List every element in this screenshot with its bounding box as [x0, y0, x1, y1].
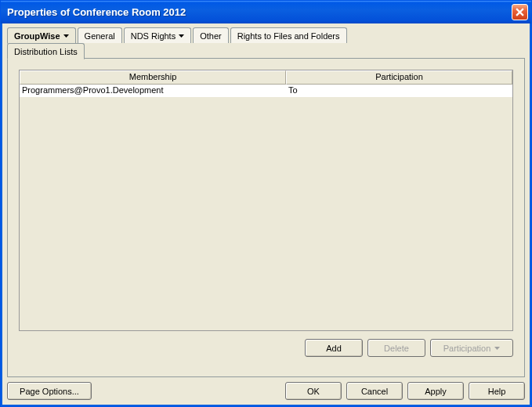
close-button[interactable]	[512, 4, 528, 20]
button-label: OK	[307, 387, 320, 396]
chevron-down-icon	[179, 34, 184, 38]
ok-button[interactable]: OK	[285, 382, 342, 400]
chevron-down-icon	[63, 34, 69, 38]
membership-table: Membership Participation Programmers@Pro…	[19, 70, 513, 331]
column-participation[interactable]: Participation	[286, 70, 512, 85]
window-title: Properties of Conference Room 2012	[7, 6, 512, 18]
tab-rights-to-files[interactable]: Rights to Files and Folders	[230, 27, 347, 43]
tab-label: GroupWise	[14, 31, 60, 41]
tab-other[interactable]: Other	[193, 27, 229, 43]
tab-groupwise[interactable]: GroupWise	[7, 27, 76, 44]
tab-label: General	[85, 31, 115, 41]
button-label: Apply	[425, 387, 447, 396]
client-area: GroupWise General NDS Rights Other Right…	[1, 23, 531, 406]
button-label: Add	[326, 344, 342, 353]
page-options-button[interactable]: Page Options...	[7, 382, 92, 400]
subtab-distribution-lists[interactable]: Distribution Lists	[7, 43, 85, 59]
tab-rows: GroupWise General NDS Rights Other Right…	[7, 27, 525, 59]
button-label: Delete	[384, 344, 409, 353]
properties-window: Properties of Conference Room 2012 Group…	[0, 0, 532, 407]
add-button[interactable]: Add	[305, 339, 363, 357]
tab-nds-rights[interactable]: NDS Rights	[124, 27, 191, 43]
tab-pane: Membership Participation Programmers@Pro…	[7, 58, 525, 377]
cancel-button[interactable]: Cancel	[346, 382, 403, 400]
table-row[interactable]: Programmers@Provo1.Development To	[20, 85, 512, 97]
button-label: Page Options...	[20, 387, 79, 396]
cell-membership: Programmers@Provo1.Development	[20, 85, 286, 97]
button-label: Help	[488, 387, 506, 396]
apply-button[interactable]: Apply	[407, 382, 464, 400]
tab-label: Distribution Lists	[14, 47, 78, 56]
button-label: Cancel	[361, 387, 388, 396]
button-label: Participation	[443, 344, 491, 353]
bottom-bar: Page Options... OK Cancel Apply Help	[7, 382, 525, 400]
table-header: Membership Participation	[20, 70, 512, 85]
sub-tab-row: Distribution Lists	[7, 43, 525, 59]
tab-label: NDS Rights	[131, 31, 176, 41]
close-icon	[516, 8, 524, 16]
column-membership[interactable]: Membership	[20, 70, 286, 85]
chevron-down-icon	[494, 347, 500, 350]
tab-general[interactable]: General	[78, 27, 122, 43]
participation-button[interactable]: Participation	[430, 339, 513, 357]
tab-label: Rights to Files and Folders	[237, 31, 340, 41]
tab-label: Other	[200, 31, 222, 41]
help-button[interactable]: Help	[469, 382, 525, 400]
cell-participation: To	[286, 85, 512, 97]
titlebar[interactable]: Properties of Conference Room 2012	[1, 1, 531, 23]
table-body[interactable]: Programmers@Provo1.Development To	[20, 85, 512, 330]
row-actions: Add Delete Participation	[19, 339, 513, 357]
delete-button[interactable]: Delete	[367, 339, 425, 357]
main-tab-row: GroupWise General NDS Rights Other Right…	[7, 27, 525, 43]
